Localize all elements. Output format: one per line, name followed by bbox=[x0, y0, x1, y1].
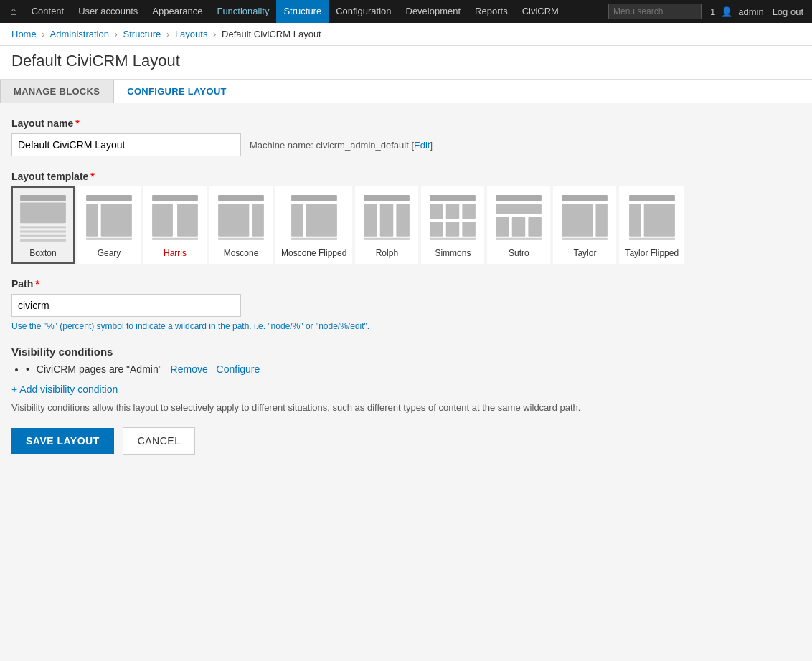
template-item-taylor-flipped[interactable]: Taylor Flipped bbox=[619, 186, 684, 264]
svg-rect-25 bbox=[397, 204, 410, 236]
sep3: › bbox=[166, 29, 169, 39]
path-section: Path* Use the "%" (percent) symbol to in… bbox=[11, 278, 801, 331]
template-item-moscone-flipped[interactable]: Moscone Flipped bbox=[275, 186, 352, 264]
svg-rect-6 bbox=[86, 195, 132, 201]
svg-rect-26 bbox=[364, 238, 410, 240]
configure-link[interactable]: Configure bbox=[217, 363, 260, 375]
sep1: › bbox=[42, 29, 44, 39]
template-item-harris[interactable]: Harris bbox=[143, 186, 207, 264]
template-label: Rolph bbox=[376, 248, 398, 258]
breadcrumb-current: Default CiviCRM Layout bbox=[222, 29, 321, 39]
template-label: Moscone bbox=[224, 248, 259, 258]
username[interactable]: admin bbox=[738, 6, 763, 17]
logout-button[interactable]: Log out bbox=[773, 6, 803, 17]
tab-configure-layout[interactable]: CONFIGURE LAYOUT bbox=[113, 80, 240, 103]
svg-rect-20 bbox=[306, 204, 336, 236]
visibility-note: Visibility conditions allow this layout … bbox=[11, 402, 801, 413]
tab-manage-blocks[interactable]: MANAGE BLOCKS bbox=[0, 80, 113, 103]
visibility-section: Visibility conditions CiviCRM pages are … bbox=[11, 346, 801, 413]
svg-rect-46 bbox=[629, 204, 641, 236]
tab-bar: MANAGE BLOCKS CONFIGURE LAYOUT bbox=[0, 80, 812, 103]
list-item: CiviCRM pages are "Admin" Remove Configu… bbox=[26, 363, 801, 375]
template-label: Geary bbox=[98, 248, 121, 258]
svg-rect-17 bbox=[218, 238, 264, 240]
template-label: Simmons bbox=[435, 248, 471, 258]
nav-item-functionality[interactable]: Functionality bbox=[209, 0, 276, 23]
sep2: › bbox=[115, 29, 118, 39]
remove-link[interactable]: Remove bbox=[171, 363, 208, 375]
svg-rect-42 bbox=[562, 204, 593, 236]
template-item-simmons[interactable]: Simmons bbox=[421, 186, 484, 264]
svg-rect-35 bbox=[496, 195, 542, 201]
user-icon: 👤 bbox=[721, 6, 732, 17]
nav-item-content[interactable]: Content bbox=[24, 0, 72, 23]
path-hint: Use the "%" (percent) symbol to indicate… bbox=[11, 321, 801, 331]
nav-item-appearance[interactable]: Appearance bbox=[145, 0, 209, 23]
svg-rect-22 bbox=[364, 195, 410, 201]
templates-row: BoxtonGearyHarrisMosconeMoscone FlippedR… bbox=[11, 186, 801, 264]
svg-rect-15 bbox=[218, 204, 249, 236]
nav-item-user-accounts[interactable]: User accounts bbox=[71, 0, 145, 23]
nav-item-configuration[interactable]: Configuration bbox=[329, 0, 398, 23]
template-item-geary[interactable]: Geary bbox=[77, 186, 141, 264]
layout-name-label: Layout name* bbox=[11, 118, 801, 129]
template-item-sutro[interactable]: Sutro bbox=[487, 186, 550, 264]
svg-rect-8 bbox=[101, 204, 132, 236]
template-item-taylor[interactable]: Taylor bbox=[553, 186, 616, 264]
add-visibility-condition-link[interactable]: + Add visibility condition bbox=[11, 384, 118, 395]
path-input[interactable] bbox=[11, 294, 241, 317]
svg-rect-38 bbox=[512, 217, 526, 237]
svg-rect-34 bbox=[430, 238, 476, 240]
svg-rect-31 bbox=[430, 222, 444, 237]
breadcrumb-structure[interactable]: Structure bbox=[123, 29, 161, 39]
sep4: › bbox=[213, 29, 216, 39]
svg-rect-3 bbox=[20, 230, 66, 232]
breadcrumb-administration[interactable]: Administration bbox=[50, 29, 109, 39]
template-item-boxton[interactable]: Boxton bbox=[11, 186, 75, 264]
visibility-title: Visibility conditions bbox=[11, 346, 801, 358]
svg-rect-19 bbox=[291, 204, 303, 236]
cancel-button[interactable]: CANCEL bbox=[123, 427, 196, 455]
main-content: Layout name* Machine name: civicrm_admin… bbox=[0, 103, 812, 483]
svg-rect-30 bbox=[463, 204, 476, 219]
template-label: Boxton bbox=[29, 248, 56, 258]
template-item-moscone[interactable]: Moscone bbox=[209, 186, 273, 264]
svg-rect-47 bbox=[643, 204, 674, 236]
template-label: Moscone Flipped bbox=[281, 248, 346, 258]
svg-rect-27 bbox=[430, 195, 476, 201]
menu-search-input[interactable] bbox=[608, 4, 702, 19]
layout-template-label: Layout template* bbox=[11, 171, 801, 182]
svg-rect-12 bbox=[177, 204, 198, 236]
svg-rect-14 bbox=[218, 195, 264, 201]
svg-rect-4 bbox=[20, 235, 66, 237]
nav-item-reports[interactable]: Reports bbox=[468, 0, 515, 23]
form-buttons: SAVE LAYOUT CANCEL bbox=[11, 427, 801, 455]
layout-name-input[interactable] bbox=[11, 133, 241, 156]
svg-rect-43 bbox=[596, 204, 608, 236]
svg-rect-0 bbox=[20, 195, 66, 201]
save-layout-button[interactable]: SAVE LAYOUT bbox=[11, 428, 114, 454]
svg-rect-36 bbox=[496, 204, 542, 214]
nav-item-structure[interactable]: Structure bbox=[276, 0, 329, 23]
nav-item-development[interactable]: Development bbox=[399, 0, 468, 23]
user-section: 1 👤 admin Log out bbox=[707, 6, 806, 17]
svg-rect-5 bbox=[20, 239, 66, 242]
svg-rect-32 bbox=[446, 222, 460, 237]
template-item-rolph[interactable]: Rolph bbox=[355, 186, 418, 264]
breadcrumb-home[interactable]: Home bbox=[11, 29, 37, 39]
breadcrumb-layouts[interactable]: Layouts bbox=[175, 29, 208, 39]
top-navigation: ⌂ Content User accounts Appearance Funct… bbox=[0, 0, 812, 23]
home-icon[interactable]: ⌂ bbox=[6, 5, 22, 18]
svg-rect-29 bbox=[446, 204, 460, 219]
machine-name: Machine name: civicrm_admin_default [Edi… bbox=[250, 140, 433, 151]
svg-rect-2 bbox=[20, 226, 66, 228]
layout-name-row: Machine name: civicrm_admin_default [Edi… bbox=[11, 133, 801, 156]
nav-item-civicrm[interactable]: CiviCRM bbox=[515, 0, 566, 23]
required-marker2: * bbox=[90, 171, 94, 182]
machine-name-edit-link[interactable]: Edit bbox=[414, 140, 430, 151]
template-label: Taylor bbox=[573, 248, 596, 258]
svg-rect-44 bbox=[562, 238, 608, 240]
required-marker: * bbox=[75, 118, 79, 129]
svg-rect-37 bbox=[496, 217, 510, 237]
svg-rect-41 bbox=[562, 195, 608, 201]
